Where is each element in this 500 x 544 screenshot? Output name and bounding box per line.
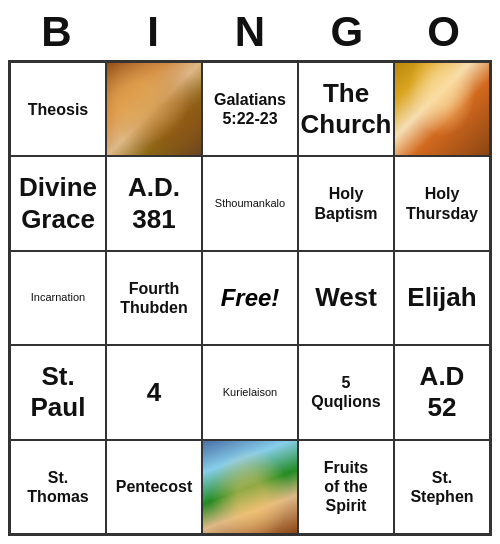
cell-text-r1-c3: Galatians 5:22-23 bbox=[214, 90, 286, 128]
cell-r4-c4: 5 Quqlions bbox=[298, 345, 394, 439]
cell-r2-c1: Divine Grace bbox=[10, 156, 106, 250]
cell-text-r4-c4: 5 Quqlions bbox=[311, 373, 380, 411]
cell-text-r2-c5: Holy Thursday bbox=[406, 184, 478, 222]
cell-r5-c2: Pentecost bbox=[106, 440, 202, 534]
cell-r3-c5: Elijah bbox=[394, 251, 490, 345]
cell-r3-c4: West bbox=[298, 251, 394, 345]
cell-text-r2-c3: Sthoumankalo bbox=[215, 197, 285, 210]
cell-r3-c3: Free! bbox=[202, 251, 298, 345]
cell-r4-c5: A.D 52 bbox=[394, 345, 490, 439]
cell-r1-c4: The Church bbox=[298, 62, 394, 156]
cell-r2-c2: A.D. 381 bbox=[106, 156, 202, 250]
cell-text-r3-c5: Elijah bbox=[407, 282, 476, 313]
cell-r3-c1: Incarnation bbox=[10, 251, 106, 345]
cell-r1-c1: Theosis bbox=[10, 62, 106, 156]
cell-r5-c5: St. Stephen bbox=[394, 440, 490, 534]
letter-o: O bbox=[400, 8, 488, 56]
cell-image-r5-c3 bbox=[203, 441, 297, 533]
cell-text-r4-c1: St. Paul bbox=[31, 361, 86, 423]
letter-n: N bbox=[206, 8, 294, 56]
cell-text-r2-c4: Holy Baptism bbox=[314, 184, 377, 222]
cell-image-r1-c2 bbox=[107, 63, 201, 155]
cell-r2-c3: Sthoumankalo bbox=[202, 156, 298, 250]
cell-text-r1-c4: The Church bbox=[301, 78, 392, 140]
cell-text-r5-c5: St. Stephen bbox=[410, 468, 473, 506]
cell-r4-c3: Kurielaison bbox=[202, 345, 298, 439]
cell-text-r4-c3: Kurielaison bbox=[223, 386, 277, 399]
bingo-header: B I N G O bbox=[8, 8, 492, 56]
cell-text-r2-c1: Divine Grace bbox=[19, 172, 97, 234]
cell-text-r2-c2: A.D. 381 bbox=[128, 172, 180, 234]
cell-text-r4-c5: A.D 52 bbox=[420, 361, 465, 423]
cell-r4-c2: 4 bbox=[106, 345, 202, 439]
cell-r5-c1: St. Thomas bbox=[10, 440, 106, 534]
letter-i: I bbox=[109, 8, 197, 56]
cell-r3-c2: Fourth Thubden bbox=[106, 251, 202, 345]
cell-text-r4-c2: 4 bbox=[147, 377, 161, 408]
cell-r1-c3: Galatians 5:22-23 bbox=[202, 62, 298, 156]
cell-r1-c2 bbox=[106, 62, 202, 156]
cell-r4-c1: St. Paul bbox=[10, 345, 106, 439]
cell-text-r3-c3: Free! bbox=[221, 284, 280, 312]
cell-image-r1-c5 bbox=[395, 63, 489, 155]
cell-text-r3-c4: West bbox=[315, 282, 377, 313]
bingo-grid: TheosisGalatians 5:22-23The ChurchDivine… bbox=[8, 60, 492, 536]
cell-text-r1-c1: Theosis bbox=[28, 100, 88, 119]
cell-text-r5-c4: Fruits of the Spirit bbox=[324, 458, 368, 516]
cell-text-r5-c2: Pentecost bbox=[116, 477, 192, 496]
cell-r5-c4: Fruits of the Spirit bbox=[298, 440, 394, 534]
cell-r2-c4: Holy Baptism bbox=[298, 156, 394, 250]
cell-text-r3-c1: Incarnation bbox=[31, 291, 85, 304]
cell-r1-c5 bbox=[394, 62, 490, 156]
cell-text-r3-c2: Fourth Thubden bbox=[120, 279, 188, 317]
letter-b: B bbox=[12, 8, 100, 56]
cell-r5-c3 bbox=[202, 440, 298, 534]
letter-g: G bbox=[303, 8, 391, 56]
cell-text-r5-c1: St. Thomas bbox=[27, 468, 88, 506]
cell-r2-c5: Holy Thursday bbox=[394, 156, 490, 250]
